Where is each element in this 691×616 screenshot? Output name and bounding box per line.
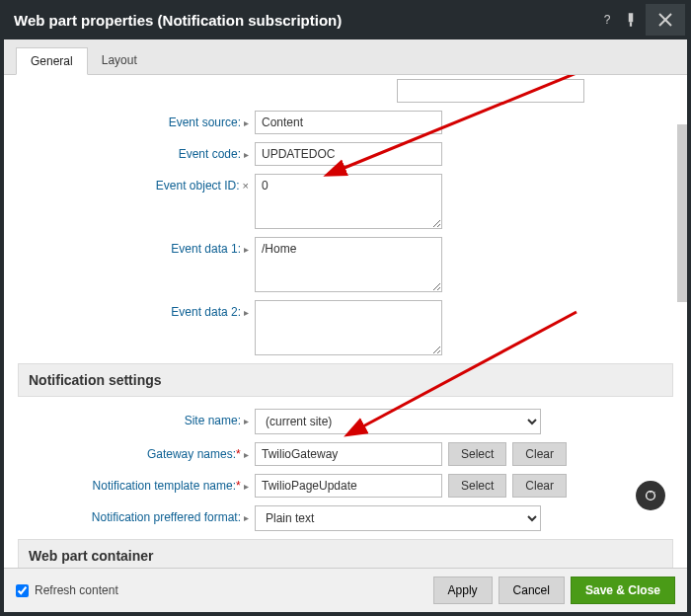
- clear-button-template[interactable]: Clear: [512, 474, 567, 498]
- fab-button[interactable]: [636, 481, 665, 510]
- tab-general[interactable]: General: [16, 47, 88, 75]
- label-event-data2: Event data 2:: [18, 300, 255, 319]
- scrollbar[interactable]: [677, 124, 687, 302]
- input-notification-template[interactable]: [255, 474, 442, 498]
- titlebar: Web part properties (Notification subscr…: [4, 4, 687, 39]
- input-event-data1[interactable]: /Home: [255, 237, 442, 292]
- clear-button-gateway[interactable]: Clear: [512, 442, 567, 466]
- label-event-source: Event source:: [18, 111, 255, 129]
- clear-x-icon[interactable]: ×: [243, 180, 249, 192]
- select-button-template[interactable]: Select: [448, 474, 506, 498]
- tab-layout[interactable]: Layout: [88, 47, 151, 74]
- select-site-name[interactable]: (current site): [255, 409, 541, 434]
- label-gateway-names: Gateway names:* ▸: [18, 442, 255, 461]
- footer: Refresh content Apply Cancel Save & Clos…: [4, 568, 687, 612]
- label-event-code: Event code:: [18, 142, 255, 161]
- window-title: Web part properties (Notification subscr…: [14, 12, 598, 29]
- input-event-object-id[interactable]: 0: [255, 174, 442, 229]
- top-field[interactable]: [397, 79, 584, 103]
- pin-icon[interactable]: [622, 11, 640, 29]
- svg-rect-0: [629, 13, 634, 22]
- help-icon[interactable]: ?: [598, 11, 616, 29]
- select-button-gateway[interactable]: Select: [448, 442, 506, 466]
- svg-rect-1: [630, 22, 632, 27]
- section-container: Web part container: [18, 539, 673, 568]
- input-event-data2[interactable]: [255, 300, 442, 355]
- label-site-name: Site name:: [18, 409, 255, 427]
- label-event-object-id: Event object ID:×: [18, 174, 255, 192]
- label-notification-template: Notification template name:* ▸: [18, 474, 255, 493]
- tab-bar: General Layout: [4, 39, 687, 75]
- refresh-checkbox[interactable]: [16, 584, 29, 597]
- select-preferred-format[interactable]: Plain text: [255, 505, 541, 531]
- input-event-code[interactable]: [255, 142, 442, 166]
- refresh-content-checkbox[interactable]: Refresh content: [16, 583, 118, 597]
- close-button[interactable]: [646, 4, 685, 36]
- apply-button[interactable]: Apply: [433, 577, 493, 604]
- save-close-button[interactable]: Save & Close: [571, 577, 675, 604]
- input-event-source[interactable]: [255, 111, 442, 134]
- section-notification: Notification settings: [18, 363, 673, 397]
- label-event-data1: Event data 1:: [18, 237, 255, 256]
- input-gateway-names[interactable]: [255, 442, 442, 466]
- label-preferred-format: Notification preffered format:: [18, 505, 255, 524]
- cancel-button[interactable]: Cancel: [499, 577, 565, 604]
- refresh-label: Refresh content: [35, 583, 118, 597]
